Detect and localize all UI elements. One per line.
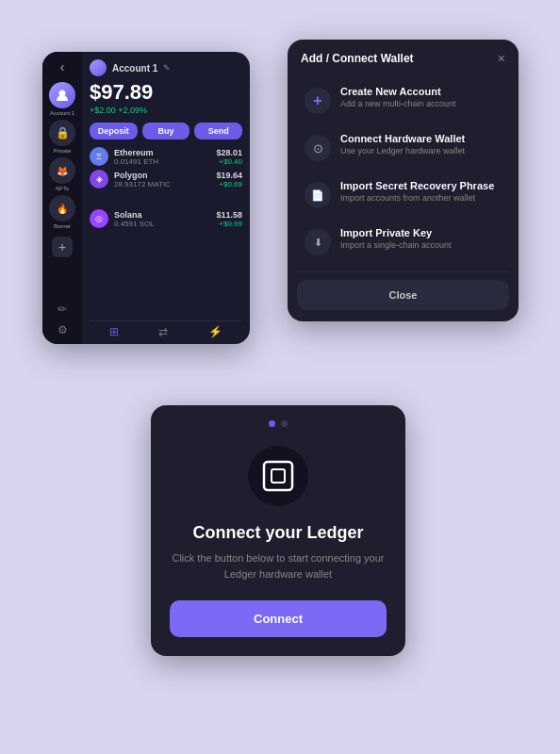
ledger-panel: Connect your Ledger Click the button bel… xyxy=(151,405,405,656)
hardware-wallet-icon: ⊙ xyxy=(305,135,331,161)
create-account-icon: + xyxy=(305,88,331,114)
recovery-phrase-icon: 📄 xyxy=(305,182,331,208)
settings-icon[interactable]: ⚙ xyxy=(58,323,68,336)
wallet-header: Account 1 ✎ xyxy=(90,59,242,76)
sol-change: +$0.69 xyxy=(216,220,242,228)
eth-value: $28.01 +$0.40 xyxy=(216,148,242,166)
wallet-balance: $97.89 xyxy=(90,82,242,103)
connect-hardware-title: Connect Hardware Wallet xyxy=(340,133,502,144)
wallet-sidebar: ‹ Account 1 🔒 Private 🦊 NFTs 🔥 Burner + … xyxy=(42,52,82,344)
burner-label: Burner xyxy=(54,223,71,229)
matic-info: Polygon 28.93172 MATIC xyxy=(114,171,210,188)
sol-icon: ◎ xyxy=(90,209,108,228)
modal-header: Add / Connect Wallet × xyxy=(288,40,519,74)
sol-value: $11.58 +$0.69 xyxy=(216,210,242,228)
account-avatar xyxy=(90,59,107,76)
modal-title: Add / Connect Wallet xyxy=(301,52,414,65)
sidebar-bottom: ✏ ⚙ xyxy=(58,303,68,336)
svg-rect-2 xyxy=(272,469,285,483)
import-phrase-title: Import Secret Recovery Phrase xyxy=(340,180,502,191)
private-avatar: 🔒 xyxy=(49,120,75,146)
footer-swap-icon[interactable]: ⇄ xyxy=(158,325,168,338)
connect-hardware-desc: Use your Ledger hardware wallet xyxy=(340,146,502,156)
token-list: Ξ Ethereum 0.01491 ETH $28.01 +$0.40 ◈ P… xyxy=(90,147,242,228)
wallet-footer: ⊞ ⇄ ⚡ xyxy=(90,320,242,340)
connect-hardware-text: Connect Hardware Wallet Use your Ledger … xyxy=(340,133,502,156)
wallet-actions: Deposit Buy Send xyxy=(90,123,242,139)
footer-activity-icon[interactable]: ⚡ xyxy=(208,325,222,338)
ledger-dots xyxy=(170,420,387,427)
matic-usd: $19.64 xyxy=(216,171,242,180)
import-private-key-text: Import Private Key Import a single-chain… xyxy=(340,227,502,250)
import-private-key-title: Import Private Key xyxy=(340,227,502,238)
eth-info: Ethereum 0.01491 ETH xyxy=(114,148,210,166)
eth-change: +$0.40 xyxy=(216,157,242,166)
token-row-sol[interactable]: ◎ Solana 0.4591 SOL $11.58 +$0.69 xyxy=(90,209,242,228)
wallet-main-content: Account 1 ✎ $97.89 +$2.00 +2.09% Deposit… xyxy=(82,52,250,344)
ledger-title: Connect your Ledger xyxy=(170,523,387,543)
add-connect-modal: Add / Connect Wallet × + Create New Acco… xyxy=(288,40,519,321)
matic-amount: 28.93172 MATIC xyxy=(114,180,210,188)
create-account-desc: Add a new multi-chain account xyxy=(340,99,502,108)
matic-icon: ◈ xyxy=(90,170,108,188)
ledger-icon-wrap xyxy=(248,446,308,506)
connect-ledger-button[interactable]: Connect xyxy=(170,600,387,637)
nfts-label: NFTs xyxy=(56,186,69,191)
deposit-button[interactable]: Deposit xyxy=(90,123,138,139)
eth-usd: $28.01 xyxy=(216,148,242,157)
add-account-button[interactable]: + xyxy=(52,237,73,257)
wallet-change: +$2.00 +2.09% xyxy=(90,106,242,115)
eth-amount: 0.01491 ETH xyxy=(114,157,210,166)
wallet-panel: ‹ Account 1 🔒 Private 🦊 NFTs 🔥 Burner + … xyxy=(42,52,250,344)
create-account-title: Create New Account xyxy=(340,86,502,97)
sol-usd: $11.58 xyxy=(216,210,242,220)
account1-label: Account 1 xyxy=(50,110,75,116)
modal-close-button[interactable]: Close xyxy=(297,280,509,310)
dot-1 xyxy=(269,420,275,427)
sidebar-item-burner[interactable]: 🔥 Burner xyxy=(49,195,75,229)
import-phrase-text: Import Secret Recovery Phrase Import acc… xyxy=(340,180,502,203)
burner-avatar: 🔥 xyxy=(49,195,75,221)
sidebar-item-nfts[interactable]: 🦊 NFTs xyxy=(49,157,75,191)
private-key-icon: ⬇ xyxy=(305,229,331,255)
modal-close-x-button[interactable]: × xyxy=(498,51,505,66)
account-edit-icon[interactable]: ✎ xyxy=(163,63,171,73)
import-private-key-option[interactable]: ⬇ Import Private Key Import a single-cha… xyxy=(297,219,509,264)
import-phrase-desc: Import accounts from another wallet xyxy=(340,193,502,203)
matic-name: Polygon xyxy=(114,171,210,180)
matic-value: $19.64 +$0.69 xyxy=(216,171,242,188)
nfts-avatar: 🦊 xyxy=(49,157,75,184)
token-row-matic[interactable]: ◈ Polygon 28.93172 MATIC $19.64 +$0.69 xyxy=(90,170,242,188)
sol-name: Solana xyxy=(114,210,210,220)
connect-hardware-option[interactable]: ⊙ Connect Hardware Wallet Use your Ledge… xyxy=(297,124,509,170)
modal-divider xyxy=(297,271,509,272)
back-button[interactable]: ‹ xyxy=(60,59,65,74)
send-button[interactable]: Send xyxy=(194,123,242,139)
dot-2 xyxy=(281,420,288,427)
account1-avatar xyxy=(49,82,75,108)
token-row-eth[interactable]: Ξ Ethereum 0.01491 ETH $28.01 +$0.40 xyxy=(90,147,242,166)
private-label: Private xyxy=(54,148,72,154)
account-name: Account 1 xyxy=(112,63,157,74)
matic-change: +$0.69 xyxy=(216,180,242,188)
sidebar-item-account1[interactable]: Account 1 xyxy=(49,82,75,116)
create-new-account-option[interactable]: + Create New Account Add a new multi-cha… xyxy=(297,77,509,123)
ledger-desc: Click the button below to start connecti… xyxy=(170,550,387,582)
sol-info: Solana 0.4591 SOL xyxy=(114,210,210,228)
import-recovery-phrase-option[interactable]: 📄 Import Secret Recovery Phrase Import a… xyxy=(297,172,509,217)
modal-options-list: + Create New Account Add a new multi-cha… xyxy=(288,74,519,271)
ledger-scan-icon xyxy=(261,459,295,493)
import-private-key-desc: Import a single-chain account xyxy=(340,240,502,250)
footer-grid-icon[interactable]: ⊞ xyxy=(109,325,119,338)
create-account-text: Create New Account Add a new multi-chain… xyxy=(340,86,502,108)
svg-rect-1 xyxy=(264,462,292,490)
eth-icon: Ξ xyxy=(90,147,108,166)
sidebar-item-private[interactable]: 🔒 Private xyxy=(49,120,75,154)
eth-name: Ethereum xyxy=(114,148,210,157)
sol-amount: 0.4591 SOL xyxy=(114,220,210,228)
buy-button[interactable]: Buy xyxy=(142,123,190,139)
edit-icon[interactable]: ✏ xyxy=(58,303,67,316)
